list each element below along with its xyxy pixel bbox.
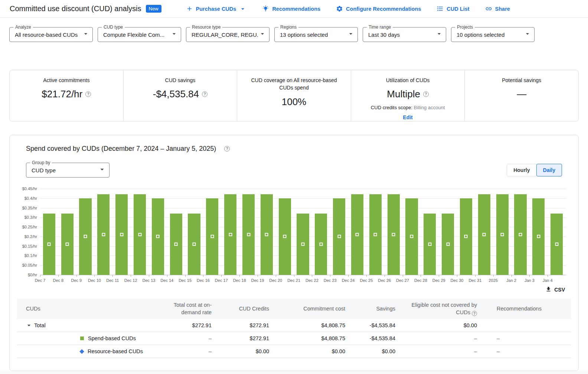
x-axis-tick <box>493 275 494 277</box>
x-axis-label: Dec 22 <box>306 278 318 283</box>
summary-card: Active commitments $21.72/hr? CUD saving… <box>9 70 579 121</box>
table-cell: -$4,535.84 <box>347 335 398 341</box>
chevron-down-icon <box>347 30 355 39</box>
download-icon <box>545 286 552 293</box>
x-axis-tick <box>439 275 439 277</box>
x-axis-label: Dec 11 <box>106 278 119 283</box>
filter-value: Last 30 days <box>368 32 435 38</box>
bar-marker <box>193 243 196 246</box>
header-actions: Purchase CUDsRecommendationsConfigure Re… <box>186 5 510 13</box>
x-axis-tick <box>221 275 222 277</box>
toggle-daily[interactable]: Daily <box>536 164 562 176</box>
link-icon <box>485 5 492 12</box>
x-axis-tick <box>239 275 240 277</box>
table-cell: $272.91 <box>158 322 214 328</box>
action-purchase-cuds[interactable]: Purchase CUDs <box>186 5 247 13</box>
filter-label: Resource type <box>190 25 222 30</box>
filter-value: 13 options selected <box>280 32 347 38</box>
bar-marker <box>446 243 450 246</box>
table-cell: $0.00 <box>347 348 398 354</box>
y-axis-label: $0.35/hr <box>22 206 37 210</box>
help-icon[interactable]: ? <box>472 311 477 316</box>
table-cell: – <box>158 348 214 354</box>
table-cell: $4,808.75 <box>271 335 347 341</box>
bar-marker <box>464 235 468 238</box>
gear-icon <box>336 5 343 12</box>
edit-scope-link[interactable]: Edit <box>351 114 465 120</box>
x-axis-tick <box>167 275 167 277</box>
toggle-hourly[interactable]: Hourly <box>507 164 536 176</box>
column-header-label: CUD Credits <box>239 306 269 312</box>
stat-label: CUD savings <box>130 77 230 84</box>
row-label: Resource-based CUDs <box>88 348 143 354</box>
filter-time-range[interactable]: Time rangeLast 30 days <box>363 27 446 42</box>
table-cell: $0.00 <box>214 348 271 354</box>
action-label: Recommendations <box>272 6 320 12</box>
x-axis-tick <box>203 275 203 277</box>
column-header-label: Total cost at on-demand rate <box>174 302 212 315</box>
collapse-arrow-icon[interactable] <box>25 322 33 329</box>
action-configure-recommendations[interactable]: Configure Recommendations <box>336 5 421 12</box>
gridline <box>40 275 566 275</box>
x-axis-label: Dec 18 <box>233 278 246 283</box>
bar-marker <box>66 243 69 246</box>
stat-value: Multiple <box>387 88 420 100</box>
x-axis-tick <box>94 275 95 277</box>
stat-label: Potential savings <box>471 77 572 84</box>
x-axis-label: Jan 4 <box>543 278 553 283</box>
y-axis-label: $0/hr <box>28 273 37 277</box>
stat-potential-savings: Potential savings — <box>464 70 578 121</box>
x-axis-tick <box>131 275 131 277</box>
help-icon[interactable]: ? <box>224 146 230 152</box>
bar-marker <box>319 243 323 246</box>
help-icon[interactable]: ? <box>423 91 429 97</box>
x-axis-label: Dec 15 <box>179 278 192 283</box>
stat-active-commitments: Active commitments $21.72/hr? <box>10 70 123 121</box>
column-header-label: Recommendations <box>497 306 542 312</box>
stat-value: 100% <box>282 96 307 108</box>
column-header: Total cost at on-demand rate <box>158 299 214 319</box>
page-header: Committed use discount (CUD) analysis Ne… <box>0 0 588 18</box>
group-by-select[interactable]: Group by CUD type <box>26 163 110 178</box>
x-axis-tick <box>421 275 421 277</box>
help-icon[interactable]: ? <box>85 91 91 97</box>
action-label: Share <box>495 6 510 12</box>
csv-download-link[interactable]: CSV <box>545 286 565 293</box>
column-header-label: Commitment cost <box>303 306 345 312</box>
table-row: Resource-based CUDs–$0.00$0.00$0.00–– <box>17 345 571 358</box>
x-axis-tick <box>366 275 367 277</box>
bar-marker <box>229 233 232 236</box>
bar-marker <box>301 243 305 246</box>
x-axis-tick <box>112 275 113 277</box>
new-badge: New <box>146 5 161 13</box>
action-label: Configure Recommendations <box>346 6 421 12</box>
group-by-label: Group by <box>30 160 52 165</box>
action-cud-list[interactable]: CUD List <box>437 5 469 12</box>
bar-marker <box>555 243 558 246</box>
chart-title: Spend covered by CUDs (December 7, 2024 … <box>26 145 216 153</box>
action-share[interactable]: Share <box>485 5 510 12</box>
x-axis-label: Dec 12 <box>124 278 137 283</box>
stat-value: — <box>517 88 526 100</box>
action-recommendations[interactable]: Recommendations <box>262 5 320 12</box>
column-header: Eligible cost not covered by CUDs? <box>398 299 479 319</box>
filter-resource-type[interactable]: Resource typeREGULAR_CORE, REGU... <box>186 27 270 42</box>
x-axis-tick <box>294 275 294 277</box>
bar-marker <box>501 233 504 236</box>
help-icon[interactable]: ? <box>202 91 208 97</box>
filter-projects[interactable]: Projects10 options selected <box>451 27 535 42</box>
x-axis-tick <box>312 275 312 277</box>
group-by-value: CUD type <box>32 167 98 173</box>
filter-label: Regions <box>278 25 298 30</box>
page-title: Committed use discount (CUD) analysis <box>10 4 141 13</box>
filter-cud-type[interactable]: CUD typeCompute Flexible Com... <box>98 27 181 42</box>
x-axis-tick <box>58 275 59 277</box>
row-label-cell: Spend-based CUDs <box>17 335 158 341</box>
bar-marker <box>519 233 522 236</box>
action-label: CUD List <box>447 6 469 12</box>
x-axis-label: Dec 30 <box>451 278 464 283</box>
filter-regions[interactable]: Regions13 options selected <box>274 27 358 42</box>
filter-analyze[interactable]: AnalyzeAll resource-based CUDs <box>9 27 93 42</box>
x-axis-tick <box>185 275 186 277</box>
y-axis-label: $0.25/hr <box>22 225 37 229</box>
